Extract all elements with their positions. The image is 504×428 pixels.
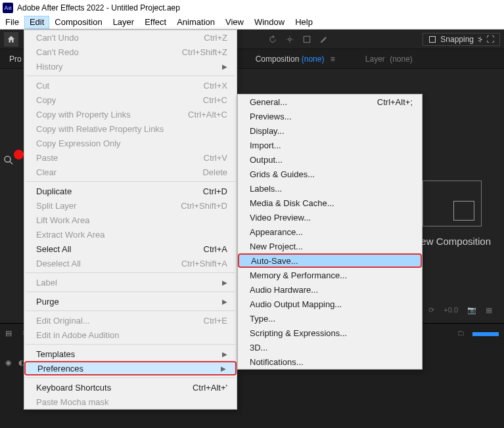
titlebar: Ae Adobe After Effects 2022 - Untitled P… bbox=[0, 0, 504, 16]
svg-rect-2 bbox=[430, 36, 436, 42]
shortcut-label: Ctrl+Shift+D bbox=[181, 201, 227, 211]
time-indicator[interactable] bbox=[472, 332, 499, 336]
prefs-item-appearance[interactable]: Appearance... bbox=[238, 225, 422, 239]
menu-item-lift-work-area: Lift Work Area bbox=[24, 213, 237, 227]
prefs-item-general[interactable]: General...Ctrl+Alt+; bbox=[238, 95, 422, 109]
menu-item-can-t-undo: Can't UndoCtrl+Z bbox=[24, 30, 237, 45]
menu-item-split-layer: Split LayerCtrl+Shift+D bbox=[24, 198, 237, 213]
shortcut-label: Ctrl+Alt+C bbox=[188, 110, 227, 119]
menu-view[interactable]: View bbox=[220, 16, 249, 29]
folder-icon[interactable]: 🗀 bbox=[457, 329, 465, 337]
menu-composition[interactable]: Composition bbox=[49, 16, 107, 29]
menu-item-paste-mocha-mask: Paste Mocha mask bbox=[24, 395, 237, 409]
separator bbox=[26, 181, 235, 182]
new-composition-label: New Composition bbox=[413, 236, 491, 247]
viewer-footer-icons: ⟳+0.0 📷 ▦ bbox=[428, 306, 492, 314]
annotation-marker-icon bbox=[14, 150, 24, 160]
prefs-item-notifications[interactable]: Notifications... bbox=[238, 354, 422, 369]
menu-item-edit-in-adobe-audition: Edit in Adobe Audition bbox=[24, 328, 237, 342]
menu-item-select-all[interactable]: Select AllCtrl+A bbox=[24, 242, 237, 256]
prefs-item-display[interactable]: Display... bbox=[238, 123, 422, 138]
tab-layer[interactable]: Layer (none) bbox=[360, 52, 418, 66]
snapping-label: Snapping bbox=[440, 35, 474, 44]
prefs-item-d[interactable]: 3D... bbox=[238, 340, 422, 354]
menu-item-clear: ClearDelete bbox=[24, 165, 237, 179]
separator bbox=[26, 75, 235, 76]
prefs-item-new-project[interactable]: New Project... bbox=[238, 239, 422, 253]
menu-layer[interactable]: Layer bbox=[108, 16, 140, 29]
panel-menu-icon[interactable]: ≡ bbox=[331, 54, 335, 64]
svg-point-0 bbox=[288, 38, 291, 41]
preferences-submenu: General...Ctrl+Alt+;Previews...Display..… bbox=[237, 94, 423, 370]
pen-tool-icon[interactable] bbox=[319, 35, 329, 44]
prefs-item-audio-hardware[interactable]: Audio Hardware... bbox=[238, 282, 422, 297]
magnet-icon: ⸖ bbox=[478, 35, 482, 44]
menu-edit[interactable]: Edit bbox=[24, 16, 49, 29]
home-button[interactable] bbox=[4, 32, 18, 47]
checkbox-icon bbox=[428, 35, 436, 43]
search-icon[interactable] bbox=[3, 154, 14, 169]
new-composition-button[interactable]: New Composition bbox=[413, 181, 491, 247]
visibility-toggle-icon[interactable]: ◉ bbox=[5, 358, 12, 367]
separator bbox=[26, 272, 235, 273]
edit-menu-dropdown: Can't UndoCtrl+ZCan't RedoCtrl+Shift+ZHi… bbox=[24, 30, 237, 410]
menu-item-deselect-all: Deselect AllCtrl+Shift+A bbox=[24, 256, 237, 270]
menu-item-copy-with-relative-property-links: Copy with Relative Property Links bbox=[24, 121, 237, 136]
submenu-arrow-icon: ▶ bbox=[222, 298, 227, 305]
camera-icon[interactable]: 📷 bbox=[467, 306, 476, 314]
menu-item-preferences[interactable]: Preferences▶ bbox=[24, 361, 237, 375]
prefs-item-previews[interactable]: Previews... bbox=[238, 109, 422, 123]
menu-item-copy: CopyCtrl+C bbox=[24, 93, 237, 107]
separator bbox=[26, 291, 235, 292]
menu-animation[interactable]: Animation bbox=[172, 16, 220, 29]
menu-effect[interactable]: Effect bbox=[139, 16, 172, 29]
shortcut-label: Ctrl+Shift+Z bbox=[182, 47, 227, 57]
submenu-arrow-icon: ▶ bbox=[222, 63, 227, 70]
shortcut-label: Ctrl+Shift+A bbox=[181, 259, 227, 268]
tab-composition[interactable]: Composition (none) ≡ bbox=[250, 52, 340, 66]
menu-item-copy-with-property-links: Copy with Property LinksCtrl+Alt+C bbox=[24, 107, 237, 121]
prefs-item-memory-performance[interactable]: Memory & Performance... bbox=[238, 268, 422, 282]
rotate-tool-icon[interactable] bbox=[268, 35, 277, 44]
prefs-item-video-preview[interactable]: Video Preview... bbox=[238, 210, 422, 225]
prefs-item-import[interactable]: Import... bbox=[238, 138, 422, 152]
prefs-item-grids-guides[interactable]: Grids & Guides... bbox=[238, 167, 422, 181]
panel-layout-icon[interactable]: ▤ bbox=[5, 329, 12, 337]
menu-help[interactable]: Help bbox=[290, 16, 318, 29]
menu-file[interactable]: File bbox=[0, 16, 24, 29]
submenu-arrow-icon: ▶ bbox=[221, 365, 226, 372]
prefs-item-scripting-expressions[interactable]: Scripting & Expressions... bbox=[238, 326, 422, 340]
menu-item-templates[interactable]: Templates▶ bbox=[24, 347, 237, 361]
expand-icon: ⛶ bbox=[486, 35, 494, 44]
shortcut-label: Ctrl+V bbox=[204, 153, 227, 163]
menu-item-duplicate[interactable]: DuplicateCtrl+D bbox=[24, 184, 237, 198]
anchor-point-tool-icon[interactable] bbox=[285, 35, 294, 44]
shortcut-label: Ctrl+E bbox=[204, 316, 227, 326]
menu-window[interactable]: Window bbox=[249, 16, 290, 29]
prefs-item-type[interactable]: Type... bbox=[238, 311, 422, 326]
shortcut-label: Ctrl+A bbox=[204, 244, 227, 254]
shortcut-label: Ctrl+C bbox=[203, 95, 227, 105]
shape-tool-icon[interactable] bbox=[302, 35, 311, 44]
project-title: Untitled Project.aep bbox=[111, 3, 180, 12]
prefs-item-labels[interactable]: Labels... bbox=[238, 181, 422, 196]
submenu-arrow-icon: ▶ bbox=[222, 279, 227, 286]
refresh-icon[interactable]: ⟳ bbox=[428, 306, 434, 314]
snapping-toggle[interactable]: Snapping ⸖ ⛶ bbox=[423, 33, 500, 46]
menu-item-label: Label▶ bbox=[24, 275, 237, 289]
prefs-item-output[interactable]: Output... bbox=[238, 152, 422, 167]
shortcut-label: Delete bbox=[202, 167, 227, 177]
menu-item-cut: CutCtrl+X bbox=[24, 78, 237, 93]
prefs-item-audio-output-mapping[interactable]: Audio Output Mapping... bbox=[238, 297, 422, 311]
svg-rect-1 bbox=[304, 36, 309, 42]
prefs-item-auto-save[interactable]: Auto-Save... bbox=[238, 253, 422, 268]
prefs-item-media-disk-cache[interactable]: Media & Disk Cache... bbox=[238, 196, 422, 210]
home-icon bbox=[7, 35, 16, 44]
menu-item-purge[interactable]: Purge▶ bbox=[24, 294, 237, 309]
new-composition-icon bbox=[423, 181, 482, 226]
menu-item-keyboard-shortcuts[interactable]: Keyboard ShortcutsCtrl+Alt+' bbox=[24, 380, 237, 395]
menu-item-paste: PasteCtrl+V bbox=[24, 150, 237, 165]
shortcut-label: Ctrl+D bbox=[203, 186, 227, 196]
grid-icon[interactable]: ▦ bbox=[486, 306, 492, 314]
menu-item-extract-work-area: Extract Work Area bbox=[24, 227, 237, 242]
